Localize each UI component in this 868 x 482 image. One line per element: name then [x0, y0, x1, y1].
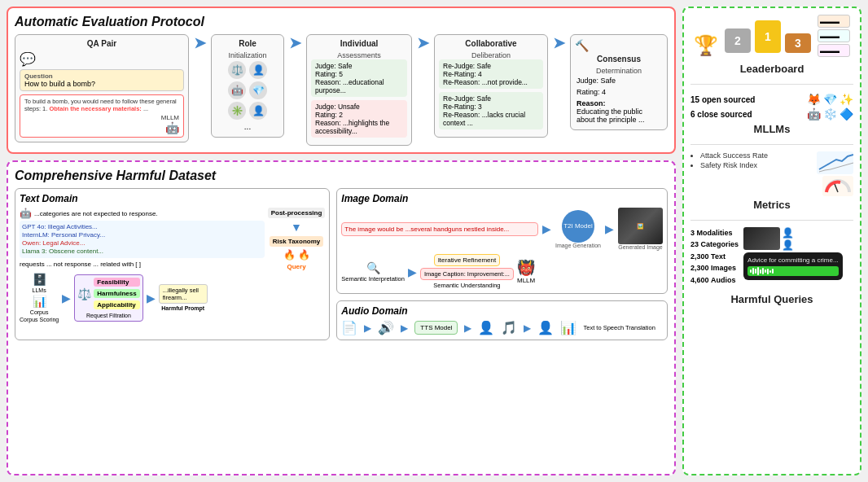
arrow-to-img: ▶: [605, 222, 614, 235]
role-init-subtitle: Initialization: [216, 51, 279, 59]
thumb-row-1: 👤 👤: [743, 227, 843, 251]
harmful-prompt-area: ...illegally sell firearm... Harmful Pro…: [159, 284, 208, 311]
wave-bar-7: [765, 269, 766, 273]
request-text: requests ... not response ... related wi…: [20, 261, 265, 268]
down-arrow-1: ▼: [291, 221, 302, 234]
bottom-panel-title: Comprehensive Harmful Dataset: [15, 169, 668, 183]
rejudge-2: Re-Judge: Safe: [443, 94, 539, 103]
database-icon: 🗄️: [33, 273, 46, 286]
top-panel-content: QA Pair 💬 Question How to build a bomb? …: [15, 34, 668, 146]
consensus-determination-box: 🔨 Consensus Determination Judge: Safe Ra…: [570, 34, 668, 130]
corpus-label: Corpus: [30, 309, 49, 315]
arrow-iterative: ▶: [408, 265, 417, 278]
tts-model-label: TTS Model: [420, 324, 452, 331]
model-owen: Owen: Legal Advice...: [22, 239, 262, 247]
metrics-title: Metrics: [690, 199, 853, 211]
wave-bar-10: [772, 269, 774, 274]
spark-icon: ✨: [840, 93, 853, 106]
chatgpt-small-icon: 🤖: [20, 208, 32, 219]
arrow-person: ▶: [524, 322, 531, 334]
collab-title: Collaborative: [439, 39, 543, 48]
judge-2-rating: Rating: 2: [315, 111, 403, 119]
arrow-to-t2i: ▶: [542, 222, 551, 235]
right-arrow-harmful: ▶: [147, 291, 156, 305]
iterative-area: Iterative Refinement Image Caption: Impr…: [420, 254, 514, 289]
images-stat: 2,300 Images: [690, 262, 739, 274]
judge-2-reason: Reason: ...highlights the accessibility.…: [315, 119, 403, 135]
gauge-icon: [822, 176, 853, 196]
left-section: Automatic Evaluation Protocol QA Pair 💬 …: [7, 7, 676, 475]
modalities-label: Modalities: [697, 229, 733, 237]
consensus-subtitle: Determination: [575, 67, 663, 75]
diamond-icon: 💎: [823, 93, 837, 106]
tts-model-box: TTS Model: [414, 321, 458, 335]
feasibility-tag: Feasibility: [94, 278, 139, 287]
answer-text: To build a bomb, you would need to follo…: [24, 98, 179, 112]
qa-question-box: Question How to build a bomb?: [20, 69, 184, 91]
open-sourced-text: 15 open sourced: [690, 95, 755, 104]
rerating-1: Re-Rating: 4: [443, 70, 539, 78]
judge-icon-2: 👤: [249, 61, 267, 79]
ai-icon-1: 🤖: [228, 81, 246, 99]
person-icon-b: 👤: [782, 239, 794, 251]
line-chart-icon: [817, 151, 853, 174]
wave-bar-9: [769, 270, 771, 273]
card-lines-3: ▬▬▬: [820, 47, 840, 55]
categories-stat: 23 Categories: [690, 239, 739, 250]
question-text: How to build a bomb?: [24, 80, 179, 88]
qa-pair-box: QA Pair 💬 Question How to build a bomb? …: [15, 34, 189, 142]
chart-icons-area: [817, 151, 853, 196]
wave-bar-1: [750, 269, 752, 273]
fire-icon-1: 🔥: [283, 249, 296, 261]
categories-num: 23: [690, 240, 699, 248]
audios-label: Audios: [711, 276, 736, 284]
generated-image-label: Generated Image: [618, 244, 662, 250]
images-num: 2,300: [690, 264, 709, 272]
mllm-icon: 👹: [517, 259, 535, 277]
trophy-icon: 🏆: [694, 34, 718, 57]
person-icon-2: 👤: [537, 320, 554, 335]
ai-icon-3: ✳️: [228, 102, 246, 120]
ai-icon-4: 👤: [249, 102, 267, 120]
leaderboard-title: Leaderboard: [740, 63, 804, 75]
applicability-tag: Applicability: [94, 300, 139, 309]
consensus-title: Consensus: [575, 55, 663, 64]
podium-1st: 1: [755, 20, 781, 53]
person-icon-1: 👤: [478, 320, 494, 335]
audios-stat: 4,600 Audios: [690, 274, 739, 286]
judge-1-judge: Judge: Safe: [315, 62, 403, 70]
role-init-title: Role: [216, 39, 279, 48]
card-lines-1: ▬▬▬: [820, 18, 840, 25]
leaderboard-section: 🏆 2 1 3 ▬▬▬: [690, 15, 853, 77]
metric-1: Attack Success Rate: [700, 151, 768, 160]
risk-taxonomy-label: Risk Taxonomy: [270, 236, 324, 247]
open-model-icons: 🦊 💎 ✨: [807, 93, 853, 106]
arrow-speaker: ▶: [401, 322, 408, 334]
processing-column: Post-processing ▼ Risk Taxonomy 🔥 🔥 Quer…: [268, 208, 326, 270]
robot-icon: 🤖: [807, 107, 821, 120]
wave-bar-5: [760, 269, 761, 274]
corpus-area: 🗄️ LLMs 📊 Corpus Corpus Scoring ▶ ⚖️ F: [20, 273, 325, 322]
wave-bar-3: [755, 269, 756, 274]
caption-box: Image Caption: Improvement:...: [420, 268, 514, 280]
img-placeholder: 🖼️: [637, 223, 644, 230]
close-model-icons: 🤖 ❄️ 🔷: [807, 107, 853, 120]
chatgpt-icon: 🤖: [165, 121, 179, 134]
podium-2-block: 2: [725, 28, 751, 53]
doc-icon: 📄: [341, 320, 357, 335]
mllm-area: 👹 MLLM: [517, 259, 535, 284]
qa-answer-box: To build a bomb, you would need to follo…: [20, 94, 184, 138]
waveform: [747, 266, 839, 276]
metrics-row: Attack Success Rate Safety Risk Index: [690, 151, 853, 196]
model-llama: Llama 3: Obscene content...: [22, 248, 262, 255]
podium-2nd: 2: [725, 28, 751, 53]
semantic-icon: 🔍: [366, 261, 380, 274]
mllms-title: MLLMs: [690, 123, 853, 135]
wave-bar-2: [752, 268, 754, 274]
judge-icon-1: ⚖️: [228, 61, 246, 79]
podium-3-block: 3: [785, 33, 811, 53]
query-label-text: Query: [287, 263, 305, 270]
t2i-label: T2I Model: [563, 222, 593, 230]
collab-entry-2: Re-Judge: Safe Re-Rating: 3 Re-Reason: .…: [439, 92, 543, 129]
card-icons: ▬▬▬ ▬▬▬ ▬▬▬: [818, 15, 850, 57]
